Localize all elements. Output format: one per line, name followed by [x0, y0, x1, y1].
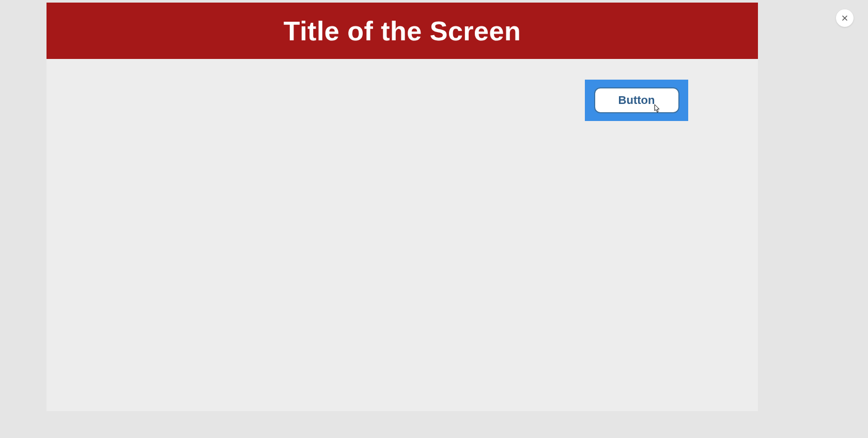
page-title: Title of the Screen — [284, 16, 521, 47]
primary-button[interactable]: Button — [594, 87, 679, 113]
page-container: Title of the Screen Button — [47, 3, 758, 411]
header-bar: Title of the Screen — [47, 3, 758, 59]
close-button[interactable] — [836, 9, 854, 27]
content-area: Button — [47, 59, 758, 411]
close-icon — [841, 14, 849, 22]
button-highlight: Button — [585, 80, 688, 121]
